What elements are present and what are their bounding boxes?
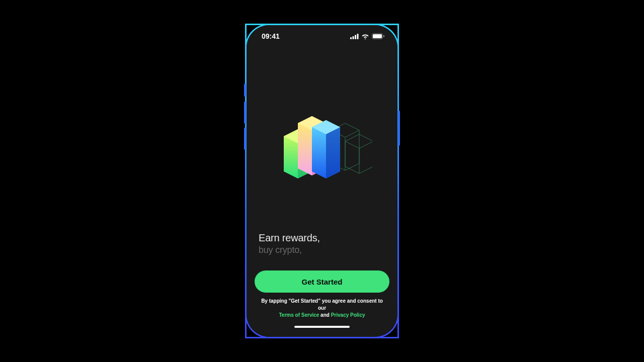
phone-device-frame: 09:41 — [245, 24, 399, 338]
terms-of-service-link[interactable]: Terms of Service — [279, 312, 319, 318]
svg-rect-6 — [383, 35, 384, 37]
bar-chart-3d-icon — [272, 105, 372, 191]
svg-rect-0 — [350, 37, 352, 39]
consent-text: By tapping "Get Started" you agree and c… — [255, 298, 389, 319]
home-indicator[interactable] — [294, 326, 350, 328]
status-bar: 09:41 — [247, 25, 397, 47]
privacy-policy-link[interactable]: Privacy Policy — [331, 312, 365, 318]
svg-rect-5 — [373, 34, 382, 38]
get-started-button[interactable]: Get Started — [255, 270, 389, 293]
headline-primary: Earn rewards, — [259, 232, 385, 244]
svg-rect-3 — [357, 34, 359, 39]
svg-marker-15 — [326, 127, 340, 178]
status-time: 09:41 — [262, 32, 280, 40]
phone-volume-down-button — [244, 128, 246, 150]
phone-side-button — [244, 83, 246, 97]
battery-icon — [372, 33, 384, 39]
svg-rect-1 — [353, 36, 354, 39]
phone-volume-up-button — [244, 102, 246, 124]
consent-and: and — [319, 312, 331, 318]
phone-power-button — [398, 111, 400, 146]
cellular-signal-icon — [350, 34, 359, 39]
hero-illustration — [255, 67, 389, 228]
onboarding-content: Earn rewards, buy crypto, Get Started By… — [247, 47, 397, 337]
headline-block: Earn rewards, buy crypto, — [255, 228, 389, 270]
wifi-icon — [361, 34, 369, 39]
svg-rect-2 — [355, 35, 356, 39]
consent-prefix: By tapping "Get Started" you agree and c… — [261, 298, 383, 311]
headline-secondary: buy crypto, — [259, 245, 385, 255]
status-indicators — [350, 33, 384, 39]
phone-screen: 09:41 — [247, 25, 397, 337]
